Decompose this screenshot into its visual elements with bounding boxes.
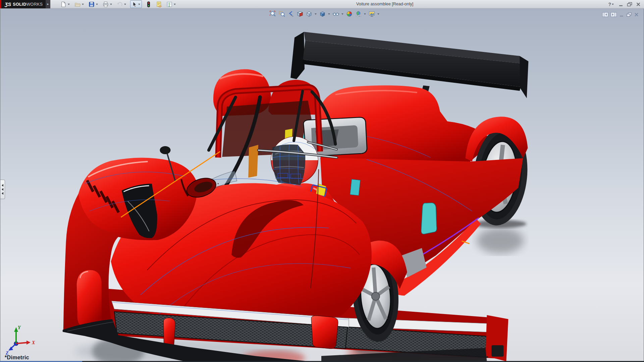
display-style-icon [319, 10, 326, 17]
zoom-to-area-button[interactable] [278, 10, 286, 18]
collapse-pane-right-icon [610, 12, 617, 17]
collapse-pane-right-button[interactable] [610, 12, 617, 17]
triad-x-label: X [32, 340, 35, 345]
collapse-arrow-icon [2, 188, 3, 191]
file-properties-button[interactable] [155, 0, 163, 8]
open-document-icon [74, 1, 81, 8]
document-close-icon [634, 12, 639, 17]
help-dropdown[interactable] [612, 4, 614, 5]
restore-button[interactable] [627, 2, 632, 7]
apply-scene-icon [355, 10, 362, 17]
traffic-light-icon [145, 1, 152, 8]
select-cursor-icon [131, 1, 138, 8]
appearance-ball-icon [346, 10, 353, 17]
window-title: Voiture assomblee [Read-only] [356, 2, 413, 6]
document-restore-icon [626, 12, 632, 17]
hide-show-items-button[interactable] [332, 10, 340, 18]
section-view-icon [297, 10, 304, 17]
collapse-arrow-icon [2, 192, 3, 195]
open-document-button[interactable] [74, 0, 81, 8]
restore-icon [627, 2, 632, 7]
new-document-button[interactable] [60, 0, 67, 8]
print-button[interactable] [102, 0, 109, 8]
document-window-controls [602, 12, 639, 17]
collapse-arrow-icon [2, 184, 3, 187]
heads-up-view-toolbar [269, 10, 380, 18]
select-tool-button[interactable] [130, 0, 142, 8]
apply-scene-button[interactable] [354, 10, 363, 18]
save-icon [88, 1, 95, 8]
document-minimize-icon [619, 12, 624, 17]
view-orientation-label: *Dimetric [5, 355, 29, 361]
new-document-dropdown[interactable] [68, 4, 70, 5]
zoom-to-fit-icon [269, 10, 276, 17]
window-controls: ? [608, 0, 641, 8]
feature-tree-collapse-tab[interactable] [0, 180, 5, 199]
minimize-button[interactable] [619, 2, 623, 7]
save-button[interactable] [88, 0, 95, 8]
select-tool-dropdown[interactable] [138, 4, 140, 5]
solidworks-window: { "window": { "logo": { "glyph": "ƷS", "… [0, 0, 644, 362]
print-icon [102, 1, 109, 8]
file-properties-icon [156, 1, 162, 8]
save-dropdown[interactable] [96, 4, 98, 5]
display-style-button[interactable] [318, 10, 327, 18]
previous-view-icon [287, 10, 294, 17]
triad-y-label: Y [18, 325, 21, 330]
main-toolbar [60, 0, 179, 8]
view-orientation-button[interactable] [305, 10, 313, 18]
section-view-button[interactable] [296, 10, 304, 18]
document-restore-button[interactable] [626, 12, 632, 17]
view-settings-button[interactable] [368, 10, 376, 18]
close-icon [636, 2, 641, 7]
undo-icon [116, 1, 123, 8]
hide-show-items-dropdown[interactable] [341, 13, 343, 15]
zoom-to-fit-button[interactable] [269, 10, 277, 18]
options-dropdown[interactable] [174, 4, 176, 5]
apply-scene-dropdown[interactable] [364, 13, 366, 15]
eyeglasses-icon [332, 10, 339, 17]
new-document-icon [60, 1, 67, 8]
options-button[interactable] [166, 0, 173, 8]
collapse-pane-left-icon [602, 12, 608, 17]
document-minimize-button[interactable] [619, 12, 624, 17]
previous-view-button[interactable] [287, 10, 295, 18]
solidworks-logo-glyph: ƷS [5, 1, 11, 7]
display-style-dropdown[interactable] [328, 13, 330, 15]
minimize-icon [619, 2, 623, 7]
open-document-dropdown[interactable] [82, 4, 84, 5]
graphics-area[interactable]: Y X Z *Dimetric [0, 8, 644, 362]
model-render [0, 8, 644, 362]
brand-light: WORKS [26, 2, 43, 7]
undo-button[interactable] [116, 0, 123, 8]
collapse-pane-left-button[interactable] [602, 12, 608, 17]
print-dropdown[interactable] [110, 4, 112, 5]
menu-flyout-tab[interactable]: ► [46, 0, 50, 8]
view-settings-icon [368, 10, 375, 17]
view-settings-dropdown[interactable] [377, 13, 379, 15]
document-close-button[interactable] [634, 12, 639, 17]
title-bar: ƷS SOLID WORKS ► [0, 0, 644, 9]
rebuild-button[interactable] [145, 0, 152, 8]
undo-dropdown[interactable] [124, 4, 126, 5]
orientation-triad: Y X Z [5, 324, 39, 355]
edit-appearance-button[interactable] [345, 10, 354, 18]
view-orientation-icon [306, 10, 313, 17]
view-orientation-dropdown[interactable] [315, 13, 317, 15]
solidworks-logo: ƷS SOLID WORKS [0, 0, 46, 8]
close-button[interactable] [636, 2, 641, 7]
brand-bold: SOLID [13, 2, 26, 7]
zoom-to-area-icon [278, 10, 285, 17]
options-icon [166, 1, 173, 8]
help-button[interactable]: ? [608, 2, 615, 7]
